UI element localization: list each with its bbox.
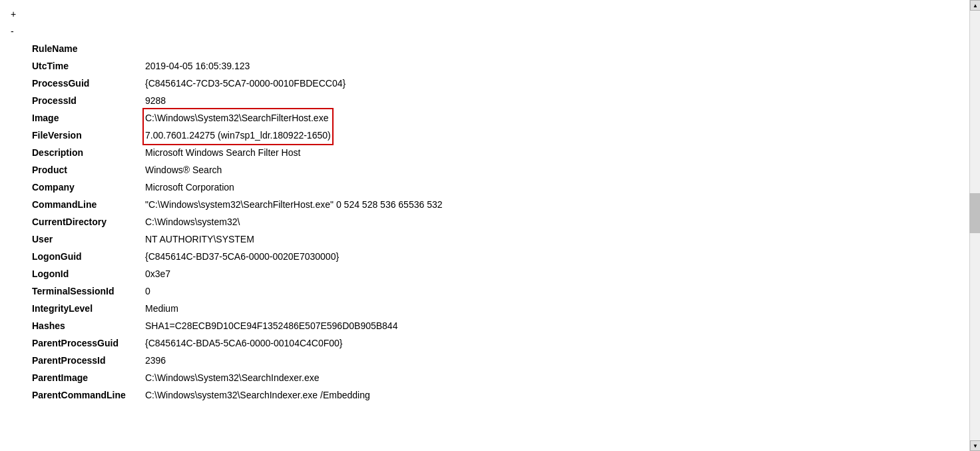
field-name-logonid: LogonId [32, 265, 145, 282]
field-name-hashes: Hashes [32, 317, 145, 334]
field-name-currentdirectory: CurrentDirectory [32, 213, 145, 230]
field-name-rulename: RuleName [32, 40, 145, 57]
field-name-logonguid: LogonGuid [32, 248, 145, 265]
eventdata-tree-item[interactable] [11, 23, 964, 40]
field-row-processid: ProcessId9288 [11, 92, 964, 109]
field-value-image: C:\Windows\System32\SearchFilterHost.exe [145, 109, 328, 127]
field-name-fileversion: FileVersion [32, 127, 145, 144]
field-row-user: UserNT AUTHORITY\SYSTEM [11, 230, 964, 248]
field-name-description: Description [32, 144, 145, 161]
scrollbar-thumb[interactable] [969, 193, 980, 233]
field-row-parentprocessid: ParentProcessId2396 [11, 352, 964, 369]
field-name-user: User [32, 230, 145, 248]
field-value-integritylevel: Medium [145, 300, 178, 317]
field-name-processid: ProcessId [32, 92, 145, 109]
field-name-parentprocessguid: ParentProcessGuid [32, 334, 145, 352]
field-value-description: Microsoft Windows Search Filter Host [145, 144, 300, 161]
field-value-parentprocessguid: {C845614C-BDA5-5CA6-0000-00104C4C0F00} [145, 334, 343, 352]
field-value-processguid: {C845614C-7CD3-5CA7-0000-0010FBDECC04} [145, 75, 346, 92]
field-value-fileversion: 7.00.7601.24275 (win7sp1_ldr.180922-1650… [145, 127, 331, 144]
field-value-parentimage: C:\Windows\System32\SearchIndexer.exe [145, 369, 319, 386]
fields-container: RuleNameUtcTime2019-04-05 16:05:39.123Pr… [11, 40, 964, 404]
field-name-terminalsessionid: TerminalSessionId [32, 282, 145, 300]
field-value-parentcommandline: C:\Windows\system32\SearchIndexer.exe /E… [145, 386, 370, 404]
field-value-processid: 9288 [145, 92, 166, 109]
scrollbar-up-button[interactable]: ▲ [970, 0, 980, 11]
field-value-commandline: "C:\Windows\system32\SearchFilterHost.ex… [145, 196, 443, 213]
field-value-user: NT AUTHORITY\SYSTEM [145, 230, 254, 248]
field-name-processguid: ProcessGuid [32, 75, 145, 92]
system-tree-item[interactable] [11, 5, 964, 23]
scrollbar-track[interactable]: ▲ ▼ [969, 0, 980, 451]
field-row-processguid: ProcessGuid{C845614C-7CD3-5CA7-0000-0010… [11, 75, 964, 92]
field-name-company: Company [32, 179, 145, 196]
field-value-parentprocessid: 2396 [145, 352, 166, 369]
field-name-parentcommandline: ParentCommandLine [32, 386, 145, 404]
field-row-commandline: CommandLine"C:\Windows\system32\SearchFi… [11, 196, 964, 213]
field-row-integritylevel: IntegrityLevelMedium [11, 300, 964, 317]
content-area: RuleNameUtcTime2019-04-05 16:05:39.123Pr… [0, 0, 980, 409]
field-row-company: CompanyMicrosoft Corporation [11, 179, 964, 196]
field-name-integritylevel: IntegrityLevel [32, 300, 145, 317]
field-row-utctime: UtcTime2019-04-05 16:05:39.123 [11, 57, 964, 75]
field-row-parentprocessguid: ParentProcessGuid{C845614C-BDA5-5CA6-000… [11, 334, 964, 352]
field-value-logonguid: {C845614C-BD37-5CA6-0000-0020E7030000} [145, 248, 339, 265]
field-name-parentprocessid: ParentProcessId [32, 352, 145, 369]
field-row-fileversion: FileVersion7.00.7601.24275 (win7sp1_ldr.… [11, 127, 964, 144]
field-value-hashes: SHA1=C28ECB9D10CE94F1352486E507E596D0B90… [145, 317, 397, 334]
field-row-parentimage: ParentImageC:\Windows\System32\SearchInd… [11, 369, 964, 386]
field-name-image: Image [32, 109, 145, 127]
field-value-terminalsessionid: 0 [145, 282, 150, 300]
eventdata-toggle[interactable] [11, 26, 14, 37]
field-row-image: ImageC:\Windows\System32\SearchFilterHos… [11, 109, 964, 127]
field-row-parentcommandline: ParentCommandLineC:\Windows\system32\Sea… [11, 386, 964, 404]
field-name-parentimage: ParentImage [32, 369, 145, 386]
field-value-utctime: 2019-04-05 16:05:39.123 [145, 57, 250, 75]
field-value-product: Windows® Search [145, 161, 222, 179]
field-row-currentdirectory: CurrentDirectoryC:\Windows\system32\ [11, 213, 964, 230]
field-name-utctime: UtcTime [32, 57, 145, 75]
field-value-company: Microsoft Corporation [145, 179, 234, 196]
field-row-logonguid: LogonGuid{C845614C-BD37-5CA6-0000-0020E7… [11, 248, 964, 265]
system-toggle[interactable] [11, 9, 16, 19]
scrollbar-down-button[interactable]: ▼ [970, 440, 980, 451]
field-name-commandline: CommandLine [32, 196, 145, 213]
field-value-logonid: 0x3e7 [145, 265, 170, 282]
field-value-currentdirectory: C:\Windows\system32\ [145, 213, 240, 230]
field-row-terminalsessionid: TerminalSessionId0 [11, 282, 964, 300]
field-row-rulename: RuleName [11, 40, 964, 57]
field-name-product: Product [32, 161, 145, 179]
field-row-product: ProductWindows® Search [11, 161, 964, 179]
field-row-description: DescriptionMicrosoft Windows Search Filt… [11, 144, 964, 161]
field-row-hashes: HashesSHA1=C28ECB9D10CE94F1352486E507E59… [11, 317, 964, 334]
field-row-logonid: LogonId0x3e7 [11, 265, 964, 282]
